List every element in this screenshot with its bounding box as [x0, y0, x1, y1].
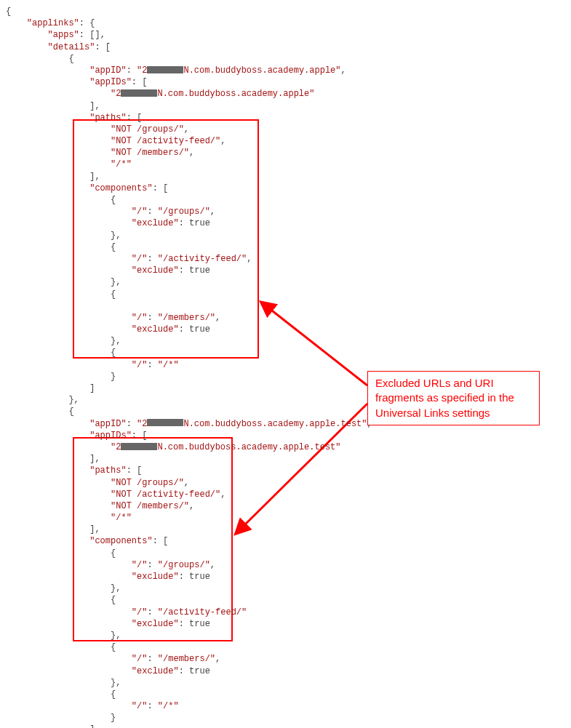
callout-text: Excluded URLs and URI fragments as speci…	[375, 377, 514, 419]
code-block: { "applinks": { "apps": [], "details": […	[6, 6, 372, 728]
callout-box: Excluded URLs and URI fragments as speci…	[367, 371, 540, 425]
